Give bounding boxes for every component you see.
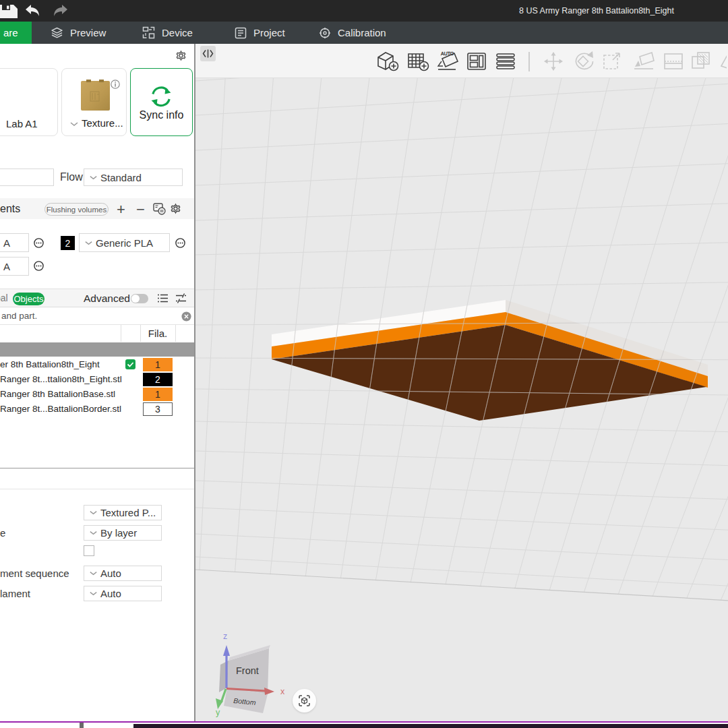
svg-text:AUTO: AUTO [441, 51, 454, 56]
svg-text:x: x [280, 687, 285, 696]
svg-text:z: z [223, 632, 227, 641]
svg-text:y: y [216, 708, 220, 717]
svg-text:Front: Front [236, 665, 259, 676]
